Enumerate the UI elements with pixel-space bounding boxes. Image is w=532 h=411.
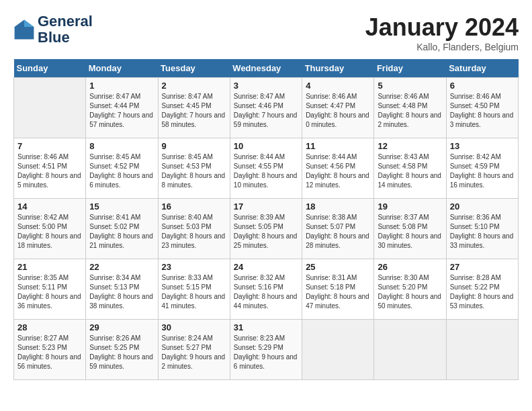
calendar-cell (14, 78, 86, 138)
day-number: 2 (162, 81, 226, 91)
day-info: Sunrise: 8:45 AMSunset: 4:52 PMDaylight:… (89, 152, 154, 190)
calendar-cell: 14Sunrise: 8:42 AMSunset: 5:00 PMDayligh… (14, 199, 86, 259)
day-number: 28 (17, 322, 82, 332)
day-number: 14 (17, 201, 82, 212)
calendar-cell: 21Sunrise: 8:35 AMSunset: 5:11 PMDayligh… (14, 259, 86, 320)
calendar-cell: 20Sunrise: 8:36 AMSunset: 5:10 PMDayligh… (446, 199, 518, 259)
calendar-cell: 18Sunrise: 8:38 AMSunset: 5:07 PMDayligh… (302, 199, 374, 259)
day-number: 24 (234, 262, 298, 272)
day-number: 7 (17, 141, 82, 151)
day-number: 21 (17, 262, 82, 272)
day-info: Sunrise: 8:46 AMSunset: 4:47 PMDaylight:… (306, 92, 370, 130)
day-info: Sunrise: 8:31 AMSunset: 5:18 PMDaylight:… (306, 273, 370, 311)
weekday-header-cell: Thursday (302, 59, 374, 78)
calendar-cell: 29Sunrise: 8:26 AMSunset: 5:25 PMDayligh… (86, 320, 158, 380)
calendar-table: SundayMondayTuesdayWednesdayThursdayFrid… (13, 59, 519, 380)
calendar-cell: 13Sunrise: 8:42 AMSunset: 4:59 PMDayligh… (446, 138, 518, 199)
weekday-header-cell: Monday (86, 59, 158, 78)
day-number: 4 (306, 81, 370, 91)
calendar-cell: 30Sunrise: 8:24 AMSunset: 5:27 PMDayligh… (158, 320, 230, 380)
day-info: Sunrise: 8:36 AMSunset: 5:10 PMDaylight:… (450, 213, 515, 250)
day-info: Sunrise: 8:24 AMSunset: 5:27 PMDaylight:… (162, 334, 226, 371)
logo-icon (13, 19, 35, 40)
calendar-cell: 28Sunrise: 8:27 AMSunset: 5:23 PMDayligh… (14, 320, 86, 380)
page-header: General Blue January 2024 Kallo, Flander… (13, 13, 519, 52)
day-number: 9 (162, 141, 226, 151)
day-number: 6 (450, 81, 515, 91)
day-info: Sunrise: 8:47 AMSunset: 4:46 PMDaylight:… (234, 92, 298, 130)
calendar-cell: 15Sunrise: 8:41 AMSunset: 5:02 PMDayligh… (86, 199, 158, 259)
day-number: 23 (162, 262, 226, 272)
calendar-cell: 4Sunrise: 8:46 AMSunset: 4:47 PMDaylight… (302, 78, 374, 138)
location: Kallo, Flanders, Belgium (365, 42, 519, 52)
calendar-cell (302, 320, 374, 380)
calendar-week-row: 28Sunrise: 8:27 AMSunset: 5:23 PMDayligh… (14, 320, 519, 380)
calendar-cell: 6Sunrise: 8:46 AMSunset: 4:50 PMDaylight… (446, 78, 518, 138)
calendar-cell (446, 320, 518, 380)
day-number: 11 (306, 141, 370, 151)
calendar-week-row: 21Sunrise: 8:35 AMSunset: 5:11 PMDayligh… (14, 259, 519, 320)
day-number: 12 (378, 141, 442, 151)
day-number: 31 (234, 322, 298, 332)
day-number: 8 (89, 141, 154, 151)
weekday-header-row: SundayMondayTuesdayWednesdayThursdayFrid… (14, 59, 519, 78)
day-number: 16 (162, 201, 226, 212)
day-info: Sunrise: 8:38 AMSunset: 5:07 PMDaylight:… (306, 213, 370, 250)
calendar-cell: 3Sunrise: 8:47 AMSunset: 4:46 PMDaylight… (230, 78, 302, 138)
day-number: 26 (378, 262, 442, 272)
calendar-cell: 25Sunrise: 8:31 AMSunset: 5:18 PMDayligh… (302, 259, 374, 320)
calendar-cell: 5Sunrise: 8:46 AMSunset: 4:48 PMDaylight… (374, 78, 446, 138)
day-info: Sunrise: 8:44 AMSunset: 4:56 PMDaylight:… (306, 152, 370, 190)
calendar-cell: 11Sunrise: 8:44 AMSunset: 4:56 PMDayligh… (302, 138, 374, 199)
calendar-cell: 24Sunrise: 8:32 AMSunset: 5:16 PMDayligh… (230, 259, 302, 320)
weekday-header-cell: Saturday (446, 59, 518, 78)
day-info: Sunrise: 8:46 AMSunset: 4:48 PMDaylight:… (378, 92, 442, 130)
calendar-cell: 7Sunrise: 8:46 AMSunset: 4:51 PMDaylight… (14, 138, 86, 199)
calendar-cell: 17Sunrise: 8:39 AMSunset: 5:05 PMDayligh… (230, 199, 302, 259)
calendar-body: 1Sunrise: 8:47 AMSunset: 4:44 PMDaylight… (14, 78, 519, 380)
calendar-cell: 10Sunrise: 8:44 AMSunset: 4:55 PMDayligh… (230, 138, 302, 199)
calendar-cell: 23Sunrise: 8:33 AMSunset: 5:15 PMDayligh… (158, 259, 230, 320)
calendar-cell: 8Sunrise: 8:45 AMSunset: 4:52 PMDaylight… (86, 138, 158, 199)
calendar-week-row: 14Sunrise: 8:42 AMSunset: 5:00 PMDayligh… (14, 199, 519, 259)
day-info: Sunrise: 8:47 AMSunset: 4:45 PMDaylight:… (162, 92, 226, 130)
month-title: January 2024 (365, 13, 519, 42)
weekday-header-cell: Sunday (14, 59, 86, 78)
day-info: Sunrise: 8:32 AMSunset: 5:16 PMDaylight:… (234, 273, 298, 311)
day-info: Sunrise: 8:44 AMSunset: 4:55 PMDaylight:… (234, 152, 298, 190)
day-info: Sunrise: 8:45 AMSunset: 4:53 PMDaylight:… (162, 152, 226, 190)
weekday-header-cell: Friday (374, 59, 446, 78)
day-info: Sunrise: 8:30 AMSunset: 5:20 PMDaylight:… (378, 273, 442, 311)
calendar-week-row: 7Sunrise: 8:46 AMSunset: 4:51 PMDaylight… (14, 138, 519, 199)
day-info: Sunrise: 8:33 AMSunset: 5:15 PMDaylight:… (162, 273, 226, 311)
day-info: Sunrise: 8:34 AMSunset: 5:13 PMDaylight:… (89, 273, 154, 311)
title-block: January 2024 Kallo, Flanders, Belgium (365, 13, 519, 52)
weekday-header-cell: Tuesday (158, 59, 230, 78)
calendar-week-row: 1Sunrise: 8:47 AMSunset: 4:44 PMDaylight… (14, 78, 519, 138)
calendar-cell: 2Sunrise: 8:47 AMSunset: 4:45 PMDaylight… (158, 78, 230, 138)
day-info: Sunrise: 8:42 AMSunset: 5:00 PMDaylight:… (17, 213, 82, 250)
calendar-cell: 12Sunrise: 8:43 AMSunset: 4:58 PMDayligh… (374, 138, 446, 199)
weekday-header-cell: Wednesday (230, 59, 302, 78)
logo-text: General Blue (38, 13, 93, 46)
day-number: 20 (450, 201, 515, 212)
day-info: Sunrise: 8:35 AMSunset: 5:11 PMDaylight:… (17, 273, 82, 311)
day-info: Sunrise: 8:47 AMSunset: 4:44 PMDaylight:… (89, 92, 154, 130)
day-number: 19 (378, 201, 442, 212)
day-number: 1 (89, 81, 154, 91)
day-number: 30 (162, 322, 226, 332)
day-number: 25 (306, 262, 370, 272)
day-number: 27 (450, 262, 515, 272)
day-info: Sunrise: 8:46 AMSunset: 4:51 PMDaylight:… (17, 152, 82, 190)
calendar-cell: 9Sunrise: 8:45 AMSunset: 4:53 PMDaylight… (158, 138, 230, 199)
day-info: Sunrise: 8:28 AMSunset: 5:22 PMDaylight:… (450, 273, 515, 311)
day-number: 29 (89, 322, 154, 332)
day-number: 3 (234, 81, 298, 91)
calendar-cell: 19Sunrise: 8:37 AMSunset: 5:08 PMDayligh… (374, 199, 446, 259)
day-number: 17 (234, 201, 298, 212)
day-info: Sunrise: 8:37 AMSunset: 5:08 PMDaylight:… (378, 213, 442, 250)
calendar-cell: 1Sunrise: 8:47 AMSunset: 4:44 PMDaylight… (86, 78, 158, 138)
day-number: 15 (89, 201, 154, 212)
calendar-cell (374, 320, 446, 380)
day-info: Sunrise: 8:41 AMSunset: 5:02 PMDaylight:… (89, 213, 154, 250)
